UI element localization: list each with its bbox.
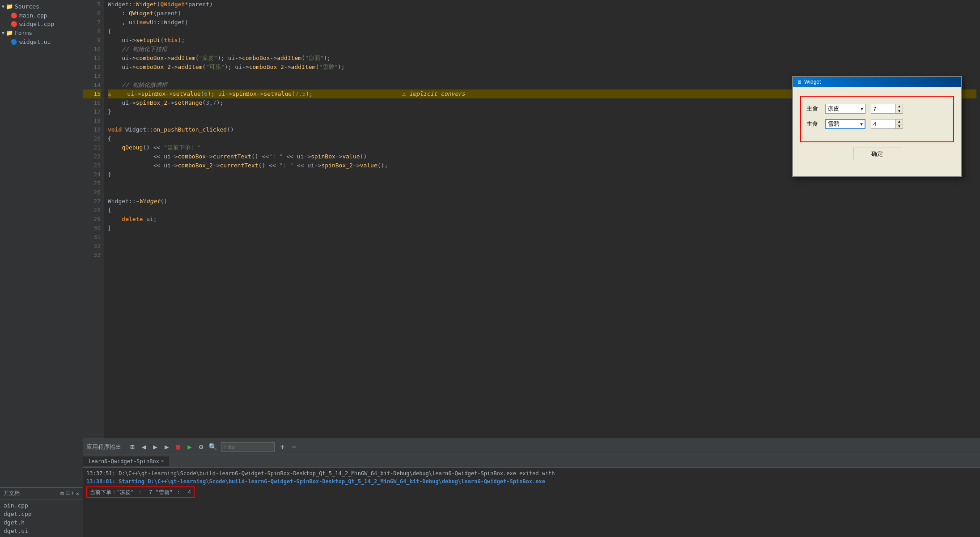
- code-line-10: // 初始化下拉框: [108, 45, 976, 54]
- code-line-33: [108, 251, 976, 260]
- tab-bar: learn6-Qwidget-SpinBox ×: [83, 455, 980, 468]
- files-panel-close-icon[interactable]: ✕: [76, 490, 79, 497]
- bottom-panel: 应用程序输出 ⊞ ◀ ▶ ▶ ■ ▶ ⚙ 🔍 + − learn6-Qwidge…: [83, 439, 980, 537]
- widget-spin-2[interactable]: 4 ▲ ▼: [871, 119, 903, 129]
- widget-spin-2-arrows: ▲ ▼: [895, 119, 903, 128]
- output-line-result: 当前下单："凉皮" ： 7 "雪碧" ： 4: [86, 486, 195, 498]
- forms-section[interactable]: ▼ 📁 Forms: [0, 28, 83, 38]
- widget-spin-1-up[interactable]: ▲: [896, 104, 903, 109]
- bottom-toolbar: 应用程序输出 ⊞ ◀ ▶ ▶ ■ ▶ ⚙ 🔍 + −: [83, 439, 980, 455]
- files-list-item-1[interactable]: dget.cpp: [0, 510, 83, 518]
- widget-combo-1-value: 凉皮: [827, 105, 839, 113]
- output-tab-spinbox[interactable]: learn6-Qwidget-SpinBox ×: [83, 456, 170, 466]
- output-line-0: 13:37:51: D:\C++\qt-learning\Scode\build…: [86, 469, 976, 477]
- output-last-line-container: 当前下单："凉皮" ： 7 "雪碧" ： 4: [86, 486, 976, 498]
- code-line-6: : QWidget(parent): [108, 9, 976, 18]
- toolbar-settings-icon[interactable]: ⚙: [197, 442, 205, 452]
- files-list-item-0[interactable]: ain.cpp: [0, 501, 83, 510]
- widget-row-2: 主食 雪碧 ▼ 4 ▲ ▼: [806, 119, 948, 129]
- toolbar-play-icon[interactable]: ▶: [163, 442, 171, 452]
- output-tab-spinbox-label: learn6-Qwidget-SpinBox: [88, 458, 159, 465]
- widget-label-1: 主食: [806, 105, 820, 113]
- toolbar-split-icon[interactable]: ⊞: [128, 442, 136, 452]
- code-line-12: ui->comboBox_2->addItem("可乐"); ui->combo…: [108, 63, 976, 72]
- files-panel: 开文档 ⊞ 日+ ✕ ain.cpp dget.cpp dget.h dget.…: [0, 487, 83, 537]
- code-line-32: [108, 242, 976, 251]
- output-line-1: 13:38:01: Starting D:\C++\qt-learning\Sc…: [86, 477, 976, 486]
- forms-label: Forms: [15, 30, 32, 36]
- ui-file-icon: 🔵: [11, 39, 17, 45]
- widget-body: 主食 凉皮 ▼ 7 ▲ ▼: [793, 87, 961, 176]
- widget-red-border-area: 主食 凉皮 ▼ 7 ▲ ▼: [800, 96, 954, 142]
- widget-spin-2-down[interactable]: ▼: [896, 124, 903, 129]
- code-line-8: {: [108, 27, 976, 36]
- sidebar-widget-ui-label: widget.ui: [19, 38, 51, 45]
- filter-input[interactable]: [221, 442, 275, 452]
- open-files-label: 开文档: [4, 490, 20, 497]
- search-icon: 🔍: [208, 443, 217, 451]
- sidebar-item-widget-ui[interactable]: 🔵 widget.ui: [0, 38, 83, 46]
- files-panel-header: 开文档 ⊞ 日+ ✕: [0, 488, 83, 499]
- widget-titlebar: 🖥 Widget: [793, 77, 961, 87]
- files-list-item-3[interactable]: dget.ui: [0, 527, 83, 535]
- widget-combo-1-arrow: ▼: [860, 107, 864, 111]
- code-container: 5 6 7 8 9 10 11 12 13 14 15 16 17 18 19 …: [83, 0, 980, 439]
- toolbar-minus-icon[interactable]: −: [290, 442, 298, 452]
- sources-folder-icon: 📁: [6, 3, 13, 10]
- toolbar-stop-icon[interactable]: ■: [174, 442, 182, 452]
- file-item-label-0: ain.cpp: [4, 502, 28, 509]
- widget-title-icon: 🖥: [797, 79, 802, 85]
- output-panel-label: 应用程序输出: [86, 443, 121, 451]
- widget-combo-2[interactable]: 雪碧 ▼: [825, 119, 865, 129]
- widget-combo-1[interactable]: 凉皮 ▼: [825, 104, 865, 114]
- sources-label: Sources: [15, 3, 39, 10]
- files-list: ain.cpp dget.cpp dget.h dget.ui: [0, 499, 83, 537]
- code-line-30: }: [108, 224, 976, 233]
- widget-confirm-button[interactable]: 确定: [853, 148, 901, 160]
- sources-chevron: ▼: [2, 4, 4, 9]
- file-item-label-2: dget.h: [4, 519, 25, 526]
- toolbar-add-icon[interactable]: +: [278, 442, 286, 452]
- sidebar-item-widget-cpp[interactable]: 🔴 widget.cpp: [0, 20, 83, 28]
- widget-spin-2-up[interactable]: ▲: [896, 119, 903, 124]
- sidebar-item-main-cpp[interactable]: 🔴 main.cpp: [0, 11, 83, 20]
- widget-content-area: 主食 凉皮 ▼ 7 ▲ ▼: [800, 96, 954, 160]
- sources-section[interactable]: ▼ 📁 Sources: [0, 2, 83, 11]
- cpp-file-icon-main: 🔴: [11, 13, 17, 19]
- forms-chevron: ▼: [2, 30, 4, 35]
- tab-close-icon[interactable]: ×: [161, 458, 164, 464]
- widget-combo-2-value: 雪碧: [828, 120, 840, 128]
- widget-combo-2-arrow: ▼: [859, 122, 864, 127]
- code-line-25: [108, 179, 976, 188]
- code-line-11: ui->comboBox->addItem("凉皮"); ui->comboBo…: [108, 54, 976, 63]
- main-area: ▼ 📁 Sources 🔴 main.cpp 🔴 widget.cpp ▼ 📁 …: [0, 0, 980, 537]
- code-line-9: ui->setupUi(this);: [108, 36, 976, 45]
- code-content[interactable]: Widget::Widget(QWidget *parent) : QWidge…: [104, 0, 980, 439]
- code-line-26: [108, 188, 976, 197]
- widget-spin-2-value: 4: [873, 121, 876, 128]
- code-line-31: [108, 233, 976, 242]
- code-line-29: delete ui;: [108, 215, 976, 224]
- toolbar-prev-icon[interactable]: ◀: [140, 442, 148, 452]
- widget-label-2: 主食: [806, 120, 820, 128]
- files-panel-add-icon[interactable]: 日+: [66, 490, 74, 497]
- editor-area: 5 6 7 8 9 10 11 12 13 14 15 16 17 18 19 …: [83, 0, 980, 537]
- widget-title-text: Widget: [804, 79, 821, 85]
- line-numbers: 5 6 7 8 9 10 11 12 13 14 15 16 17 18 19 …: [83, 0, 104, 439]
- code-line-27: Widget::~Widget(): [108, 197, 976, 206]
- sidebar-main-cpp-label: main.cpp: [19, 12, 47, 19]
- file-item-label-1: dget.cpp: [4, 511, 32, 517]
- files-list-item-2[interactable]: dget.h: [0, 518, 83, 527]
- widget-spin-1[interactable]: 7 ▲ ▼: [871, 104, 903, 114]
- widget-spin-1-down[interactable]: ▼: [896, 109, 903, 114]
- widget-window: 🖥 Widget 主食 凉皮 ▼: [792, 76, 962, 177]
- toolbar-rerun-icon[interactable]: ▶: [186, 442, 194, 452]
- forms-folder-icon: 📁: [6, 30, 13, 36]
- files-panel-sort-icon[interactable]: ⊞: [60, 490, 64, 497]
- sidebar-widget-cpp-label: widget.cpp: [19, 21, 54, 27]
- code-line-28: {: [108, 206, 976, 215]
- code-line-7: , ui(new Ui::Widget): [108, 18, 976, 27]
- toolbar-next-icon[interactable]: ▶: [151, 442, 159, 452]
- output-content: 13:37:51: D:\C++\qt-learning\Scode\build…: [83, 468, 980, 537]
- widget-spin-1-value: 7: [873, 106, 876, 112]
